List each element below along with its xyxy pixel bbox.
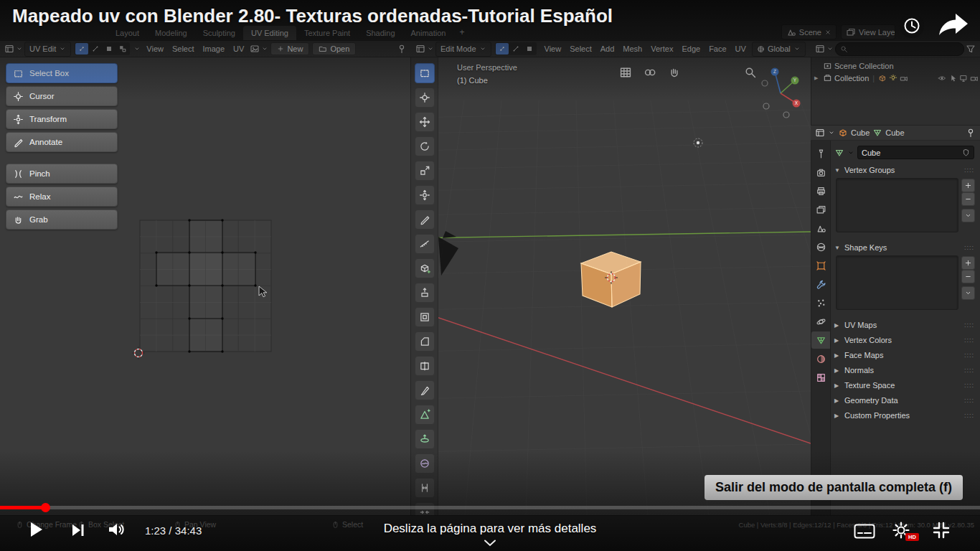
section-grip[interactable]: :::: [964,352,974,359]
camera-obj-icon[interactable] [900,74,908,83]
mode-dropdown[interactable]: Edit Mode [435,42,491,57]
menu-mesh[interactable]: Mesh [618,43,646,55]
menu-face[interactable]: Face [705,43,730,55]
orientation-dropdown[interactable]: Global [752,42,806,57]
menu-add[interactable]: Add [596,43,619,55]
viewport-canvas[interactable] [411,57,811,515]
tool-transform[interactable]: Transform [6,109,118,129]
hand-toggle-icon[interactable] [668,66,681,79]
list-minus-button[interactable] [961,192,975,206]
breadcrumb-object[interactable]: Cube [851,128,870,137]
tool-grab[interactable]: Grab [6,209,118,230]
viewport-tool-inset[interactable] [415,307,435,327]
video-title[interactable]: Mapeado uv con Blender 2.80- Texturas or… [12,5,613,27]
next-button[interactable] [70,522,86,538]
properties-tab-object[interactable] [811,257,830,274]
properties-tab-output[interactable] [811,182,830,199]
unlink-scene-icon[interactable] [824,29,831,36]
viewport-tool-cursor[interactable] [415,88,435,108]
section-face-maps[interactable]: ▶Face Maps:::: [834,349,974,362]
cube-obj-icon[interactable] [878,74,887,83]
subtitles-button[interactable] [854,524,875,539]
section-list-box[interactable] [836,178,958,232]
menu-image[interactable]: Image [199,43,230,55]
grid-toggle-icon[interactable] [619,66,632,79]
viewport-tool-measure[interactable] [415,234,435,254]
expand-arrow[interactable]: ▶ [814,75,821,81]
menu-uv[interactable]: UV [229,43,248,55]
section-custom-properties[interactable]: ▶Custom Properties:::: [834,409,974,422]
outliner-search[interactable] [835,42,964,56]
menu-vertex[interactable]: Vertex [646,43,677,55]
menu-edge[interactable]: Edge [677,43,705,55]
section-vertex-groups[interactable]: ▼Vertex Groups:::: [834,164,974,176]
viewport-tool-select-box[interactable] [415,63,435,83]
menu-view[interactable]: View [540,43,566,55]
mesh-select-mode-edge-mode[interactable] [509,43,522,55]
properties-tab-texture[interactable] [811,369,830,386]
camera-obj-icon[interactable] [970,74,979,83]
properties-tab-physics[interactable] [811,313,830,330]
properties-tab-view-layer[interactable] [811,201,830,218]
uv-select-mode-island-mode[interactable] [116,43,129,55]
properties-tab-scene[interactable] [811,220,830,237]
filter-icon[interactable] [966,44,976,54]
menu-view[interactable]: View [142,43,168,55]
tool-annotate[interactable]: Annotate [6,132,118,152]
spheres-toggle-icon[interactable] [644,66,656,79]
section-grip[interactable]: :::: [964,336,974,344]
workspace-tab-sculpting[interactable]: Sculpting [195,26,243,40]
uv-mode-dropdown[interactable]: UV Edit [24,42,71,57]
section-geometry-data[interactable]: ▶Geometry Data:::: [834,394,974,407]
workspace-tab-shading[interactable]: Shading [358,26,402,40]
tool-pinch[interactable]: Pinch [6,164,118,184]
viewport-tool-smooth[interactable] [415,453,435,474]
workspace-tab-layout[interactable]: Layout [108,26,147,40]
tool-select-box[interactable]: Select Box [6,63,118,83]
image-datablock-icon[interactable] [250,44,260,54]
outliner-search-input[interactable] [851,44,959,54]
viewport-tool-add-cube[interactable] [415,258,435,278]
mesh-name-field[interactable]: Cube [857,146,974,159]
list-caret-button[interactable] [961,286,975,300]
view-layer-selector[interactable]: View Layer [841,24,895,39]
editor-type-icon[interactable] [415,44,425,54]
section-grip[interactable]: :::: [964,321,974,329]
sticky-select-icon[interactable] [133,44,141,54]
viewport-tool-rotate[interactable] [415,136,435,156]
progress-track[interactable] [0,506,980,509]
pin-icon[interactable] [966,128,976,138]
viewport-tool-loop-cut[interactable] [415,356,435,376]
section-grip[interactable]: :::: [964,166,974,174]
outliner-row-collection[interactable]: ▶Collection| [814,72,979,84]
progress-handle[interactable] [41,503,50,512]
properties-tab-world[interactable] [811,238,830,255]
viewport-tool-edge-slide[interactable] [415,478,435,498]
properties-tab-material[interactable] [811,350,830,367]
viewport-tool-extrude[interactable] [415,283,435,303]
section-grip[interactable]: :::: [964,244,974,251]
fake-user-icon[interactable] [962,149,970,156]
pin-icon[interactable] [397,44,407,54]
navigation-gizmo[interactable]: ZYX [753,65,808,119]
watch-later-button[interactable] [898,12,925,39]
properties-tab-tool[interactable] [811,145,830,162]
properties-tab-wrench[interactable] [811,276,830,293]
light-obj-icon[interactable] [889,74,897,83]
viewport-tool-knife[interactable] [415,380,435,400]
section-grip[interactable]: :::: [964,382,974,389]
workspace-tab-uv-editing[interactable]: UV Editing [243,26,296,40]
section-grip[interactable]: :::: [964,397,974,404]
tool-relax[interactable]: Relax [6,187,118,207]
menu-select[interactable]: Select [168,43,199,55]
viewport-tool-poly-build[interactable] [415,405,435,425]
editor-type-icon[interactable] [815,44,825,54]
list-plus-button[interactable] [961,179,975,192]
editor-type-icon[interactable] [4,44,14,54]
section-vertex-colors[interactable]: ▶Vertex Colors:::: [834,334,974,347]
list-minus-button[interactable] [961,270,975,283]
section-uv-maps[interactable]: ▶UV Maps:::: [834,319,974,331]
uv-select-mode-edge-mode[interactable] [89,43,102,55]
share-button[interactable] [937,11,970,37]
properties-tab-render[interactable] [811,164,830,181]
